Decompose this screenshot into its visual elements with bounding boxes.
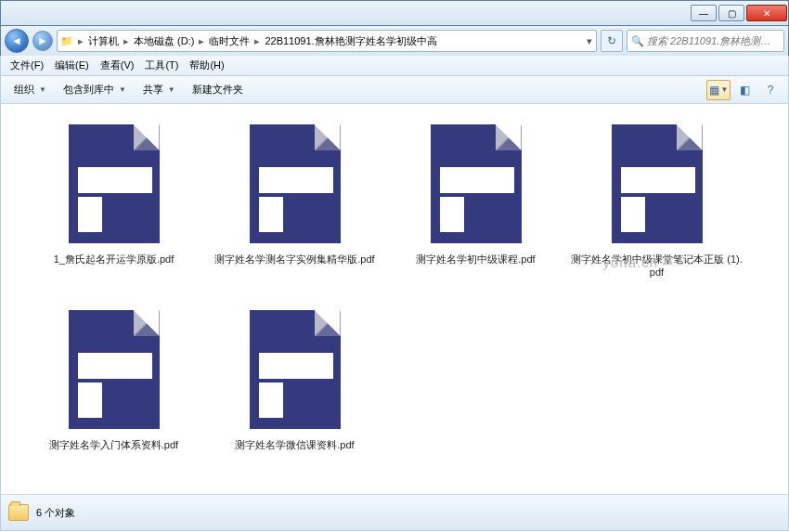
breadcrumb-item[interactable]: 计算机 — [85, 34, 122, 48]
pdf-icon — [606, 117, 708, 247]
menu-file[interactable]: 文件(F) — [5, 57, 49, 74]
share-button[interactable]: 共享▼ — [136, 80, 183, 99]
nav-forward-button[interactable]: ► — [32, 31, 53, 51]
close-button[interactable]: ✕ — [746, 5, 787, 21]
maximize-button[interactable]: ▢ — [718, 5, 744, 21]
minimize-button[interactable]: — — [691, 5, 717, 21]
breadcrumb-item[interactable]: 本地磁盘 (D:) — [131, 34, 197, 48]
file-label: 测字姓名学初中级课程.pdf — [412, 253, 538, 266]
search-icon: 🔍 — [631, 35, 644, 47]
view-mode-button[interactable]: ▦▼ — [706, 80, 731, 100]
folder-icon — [8, 504, 29, 521]
file-grid: 1_詹氏起名开运学原版.pdf 测字姓名学测名字实例集精华版.pdf 测字姓名学… — [1, 104, 788, 490]
menu-bar: 文件(F) 编辑(E) 查看(V) 工具(T) 帮助(H) — [0, 56, 789, 76]
breadcrumb-item[interactable]: 临时文件 — [206, 34, 252, 48]
toolbar: 组织▼ 包含到库中▼ 共享▼ 新建文件夹 ▦▼ ◧ ? — [0, 76, 789, 104]
breadcrumb-dropdown[interactable]: ▾ — [583, 35, 596, 47]
file-item[interactable]: 测字姓名学初中级课堂笔记本正版 (1).pdf — [566, 111, 747, 297]
nav-back-button[interactable]: ◄ — [5, 29, 29, 53]
status-count: 6 个对象 — [36, 506, 75, 520]
pdf-icon — [244, 303, 346, 433]
address-bar-row: ◄ ► 📁 ▸ 计算机 ▸ 本地磁盘 (D:) ▸ 临时文件 ▸ 22B1109… — [0, 26, 789, 56]
file-label: 测字姓名学入门体系资料.pdf — [45, 438, 182, 451]
menu-edit[interactable]: 编辑(E) — [49, 57, 95, 74]
file-item[interactable]: 测字姓名学测名字实例集精华版.pdf — [204, 111, 385, 297]
window-titlebar: — ▢ ✕ — [0, 0, 789, 26]
window-controls: — ▢ ✕ — [691, 5, 787, 21]
file-item[interactable]: 1_詹氏起名开运学原版.pdf — [23, 111, 204, 297]
include-in-library-button[interactable]: 包含到库中▼ — [56, 80, 134, 99]
breadcrumb[interactable]: 📁 ▸ 计算机 ▸ 本地磁盘 (D:) ▸ 临时文件 ▸ 22B11091.詹林… — [57, 30, 597, 52]
file-label: 1_詹氏起名开运学原版.pdf — [50, 253, 178, 266]
file-label: 测字姓名学初中级课堂笔记本正版 (1).pdf — [566, 253, 747, 279]
organize-button[interactable]: 组织▼ — [6, 80, 54, 99]
help-button[interactable]: ? — [758, 80, 783, 100]
pdf-icon — [63, 303, 165, 433]
status-bar: 6 个对象 — [0, 494, 789, 531]
menu-tools[interactable]: 工具(T) — [139, 57, 184, 74]
file-item[interactable]: 测字姓名学入门体系资料.pdf — [23, 297, 204, 483]
preview-pane-button[interactable]: ◧ — [732, 80, 757, 100]
pdf-icon — [63, 117, 165, 247]
folder-icon: 📁 — [58, 35, 76, 47]
breadcrumb-item[interactable]: 22B11091.詹林艳测字姓名学初级中高 — [262, 34, 439, 48]
file-view: yona.cn 1_詹氏起名开运学原版.pdf 测字姓名学测名字实例集精华版.p… — [0, 104, 789, 494]
file-item[interactable]: 测字姓名学初中级课程.pdf — [385, 111, 566, 297]
menu-view[interactable]: 查看(V) — [95, 57, 140, 74]
file-item[interactable]: 测字姓名学微信课资料.pdf — [204, 297, 385, 483]
new-folder-button[interactable]: 新建文件夹 — [185, 80, 251, 99]
pdf-icon — [425, 117, 527, 247]
search-input[interactable]: 🔍 搜索 22B11091.詹林艳测字姓名学初... — [627, 30, 784, 52]
menu-help[interactable]: 帮助(H) — [184, 57, 229, 74]
pdf-icon — [244, 117, 346, 247]
file-label: 测字姓名学测名字实例集精华版.pdf — [211, 253, 378, 266]
file-label: 测字姓名学微信课资料.pdf — [231, 438, 357, 451]
search-placeholder: 搜索 22B11091.詹林艳测字姓名学初... — [647, 34, 780, 48]
refresh-button[interactable]: ↻ — [601, 30, 623, 52]
